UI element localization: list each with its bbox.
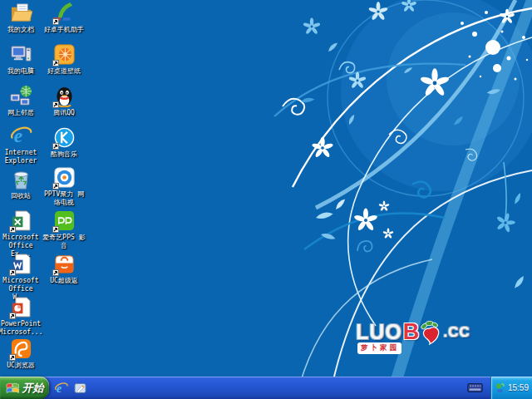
desktop: 我的文档 我的电脑 网上邻居 e Internet Explorer — [0, 0, 532, 399]
desktop-icon-label: 我的电脑 — [7, 67, 34, 76]
language-keyboard-icon[interactable] — [467, 383, 483, 392]
shortcut-arrow-icon — [9, 313, 16, 319]
windows-flag-icon — [6, 382, 20, 394]
quick-launch-bar: e — [55, 377, 87, 399]
logo-word: LUO — [356, 320, 402, 344]
shortcut-arrow-icon — [52, 18, 59, 25]
show-desktop-icon[interactable] — [74, 382, 87, 395]
desktop-icon-label: PPTV聚力 网 络电视 — [44, 190, 84, 207]
desktop-icon-label: PowerPoint Microsof... — [0, 320, 43, 337]
desktop-icon-label: 酷狗音乐 — [51, 150, 77, 159]
clock[interactable]: 15:59 — [508, 383, 529, 392]
start-button-label: 开始 — [22, 381, 44, 396]
shortcut-arrow-icon — [9, 226, 16, 233]
desktop-icon-uc-chaojifan[interactable]: UC超级返 — [40, 253, 88, 285]
desktop-icon-haozhuo-phone-assistant[interactable]: 好卓手机助手 — [40, 2, 88, 34]
iqiyi-pps-icon — [53, 209, 76, 232]
desktop-icon-label: 好卓手机助手 — [44, 26, 84, 34]
start-button[interactable]: 开始 — [0, 377, 49, 399]
shortcut-arrow-icon — [52, 60, 59, 66]
desktop-icon-uc-browser[interactable]: UC浏览器 — [0, 337, 42, 370]
desktop-icon-iqiyi-pps[interactable]: 爱奇艺PPS 影 音 — [40, 209, 88, 250]
taskbar: 开始 e 15:59 — [0, 377, 532, 399]
desktop-icon-my-computer[interactable]: 我的电脑 — [0, 43, 42, 76]
network-places-icon — [10, 85, 32, 107]
shortcut-arrow-icon — [52, 143, 59, 150]
my-computer-icon — [10, 43, 32, 66]
desktop-icon-internet-explorer[interactable]: e Internet Explorer — [0, 125, 42, 165]
shortcut-arrow-icon — [52, 269, 59, 276]
excel-icon — [10, 209, 32, 232]
shortcut-arrow-icon — [52, 183, 59, 190]
tencent-qq-icon — [53, 85, 76, 107]
shortcut-arrow-icon — [52, 226, 59, 233]
my-documents-icon — [10, 2, 32, 24]
desktop-icon-my-documents[interactable]: 我的文档 — [0, 2, 42, 34]
desktop-icon-network-places[interactable]: 网上邻居 — [0, 85, 42, 117]
logo-letter-b: B — [403, 319, 421, 345]
shortcut-arrow-icon — [9, 354, 16, 361]
internet-explorer-icon: e — [10, 125, 32, 147]
powerpoint-icon — [10, 296, 32, 318]
desktop-icon-label: 回收站 — [11, 192, 31, 200]
desktop-icon-label: 好桌道壁纸 — [47, 67, 81, 76]
shortcut-arrow-icon — [9, 269, 16, 276]
desktop-icon-label: 网上邻居 — [7, 109, 34, 117]
desktop-icon-label: 爱奇艺PPS 影 音 — [42, 234, 85, 250]
desktop-icon-label: 我的文档 — [7, 26, 34, 34]
pptv-icon — [53, 166, 76, 189]
uc-browser-icon — [10, 337, 32, 360]
haozhuo-phone-assistant-icon — [53, 2, 76, 24]
desktop-icon-label: Internet Explorer — [5, 149, 37, 165]
desktop-icon-label: UC超级返 — [50, 277, 78, 285]
desktop-icon-office-powerpoint[interactable]: PowerPoint Microsof... — [0, 296, 42, 337]
desktop-icon-tencent-qq[interactable]: 腾讯QQ — [40, 85, 88, 117]
logo-suffix: .CC — [443, 324, 470, 341]
desktop-icon-label: UC浏览器 — [7, 362, 35, 370]
internet-explorer-quicklaunch-icon[interactable]: e — [55, 382, 68, 395]
recycle-bin-icon — [10, 168, 32, 190]
shortcut-arrow-icon — [52, 101, 59, 108]
luobo-watermark: LUOB .CC 萝卜家园 — [356, 319, 470, 354]
desktop-icon-haozhuodao-wallpaper[interactable]: 好桌道壁纸 — [40, 43, 88, 76]
desktop-icon-office-excel[interactable]: Microsoft Office Ex... — [0, 209, 42, 259]
word-icon — [10, 253, 32, 275]
desktop-icon-recycle-bin[interactable]: 回收站 — [0, 168, 42, 200]
system-tray: 15:59 — [490, 377, 532, 399]
haozhuodao-wallpaper-icon — [53, 43, 76, 66]
desktop-icon-kugou-music[interactable]: 酷狗音乐 — [40, 126, 88, 159]
hardware-status-icon[interactable] — [495, 382, 505, 393]
uc-chaojifan-icon — [53, 253, 76, 275]
logo-subtitle: 萝卜家园 — [357, 342, 401, 354]
desktop-icon-label: 腾讯QQ — [53, 109, 75, 117]
desktop-icon-pptv[interactable]: PPTV聚力 网 络电视 — [40, 166, 88, 207]
desktop-icon-office-word[interactable]: Microsoft Office W... — [0, 253, 42, 302]
radish-icon — [420, 320, 441, 345]
kugou-music-icon — [53, 126, 76, 149]
